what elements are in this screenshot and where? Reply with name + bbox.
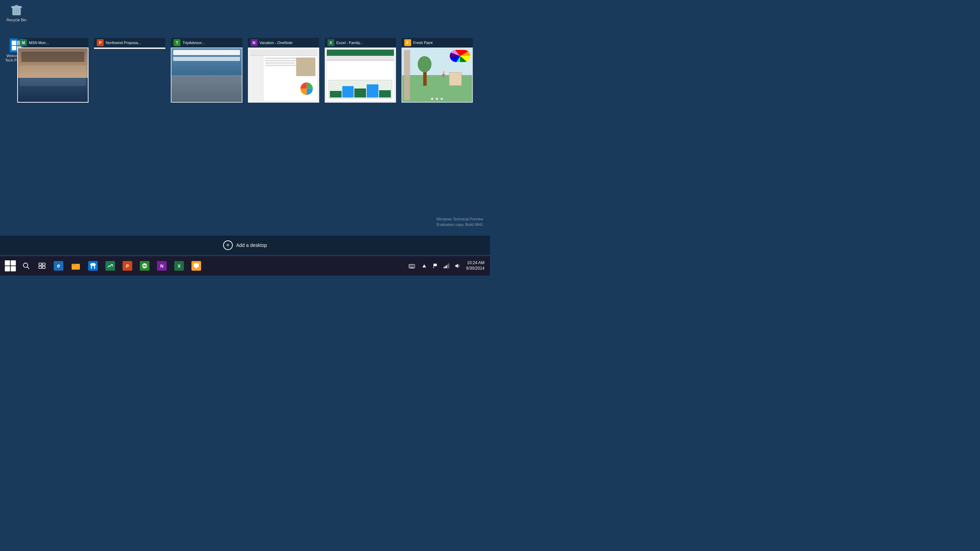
msn-money-app-icon: M bbox=[20, 39, 27, 46]
tripadvisor-app-icon: T bbox=[173, 39, 180, 46]
ppt-tb-icon: P bbox=[123, 261, 132, 271]
task-item-msn-money[interactable]: M MSN Mon... bbox=[17, 38, 89, 103]
svg-rect-19 bbox=[72, 264, 75, 265]
recycle-bin-label: Recycle Bin bbox=[6, 18, 27, 22]
vacation-onenote-preview bbox=[248, 48, 319, 103]
task-item-tripadvisor[interactable]: T TripAdvisor... bbox=[171, 38, 242, 103]
taskbar-onenote[interactable]: N bbox=[154, 258, 170, 274]
msn-money-title: MSN Mon... bbox=[29, 41, 86, 45]
excel-family-title: Excel - Family... bbox=[336, 41, 393, 45]
svg-rect-20 bbox=[72, 265, 79, 266]
excel-family-preview bbox=[325, 48, 396, 103]
svg-rect-15 bbox=[42, 263, 45, 265]
taskbar-file-explorer[interactable] bbox=[67, 258, 84, 274]
svg-rect-2 bbox=[15, 5, 18, 7]
notifications-icon[interactable] bbox=[419, 258, 429, 274]
svg-point-26 bbox=[145, 266, 146, 266]
taskbar-excel[interactable]: X bbox=[171, 258, 187, 274]
watermark-line1: Windows Technical Preview bbox=[436, 217, 483, 222]
fresh-paint-preview bbox=[401, 48, 473, 103]
task-item-vacation-onenote[interactable]: N Vacation - OneNote bbox=[248, 38, 319, 103]
northwind-preview bbox=[94, 48, 165, 49]
recycle-bin-icon[interactable]: Recycle Bin bbox=[3, 3, 30, 22]
ie-icon: e bbox=[54, 261, 64, 271]
start-button[interactable] bbox=[3, 258, 18, 274]
task-item-fresh-paint[interactable]: F Fresh Paint bbox=[401, 38, 473, 103]
taskbar-store[interactable] bbox=[85, 258, 101, 274]
svg-rect-30 bbox=[409, 265, 410, 266]
northwind-title: Northwind Proposa... bbox=[106, 41, 162, 45]
store-icon bbox=[88, 261, 98, 271]
svg-rect-44 bbox=[447, 264, 448, 268]
tripadvisor-preview bbox=[171, 48, 242, 103]
vacation-onenote-app-icon: N bbox=[251, 39, 258, 46]
search-icon bbox=[22, 262, 30, 270]
watermark: Windows Technical Preview Evaluation cop… bbox=[436, 217, 483, 227]
excel-tb-icon: X bbox=[174, 261, 184, 271]
task-view-button[interactable] bbox=[35, 258, 49, 274]
svg-rect-38 bbox=[410, 267, 414, 268]
svg-line-10 bbox=[442, 78, 444, 81]
taskbar-clock[interactable]: 10:24 AM 9/30/2014 bbox=[463, 260, 487, 271]
taskbar-date-display: 9/30/2014 bbox=[466, 266, 485, 271]
svg-rect-35 bbox=[410, 266, 411, 267]
taskbar-freshpaint[interactable] bbox=[188, 258, 205, 274]
svg-rect-21 bbox=[92, 266, 94, 269]
excel-family-app-icon: X bbox=[328, 39, 334, 46]
vacation-onenote-title: Vacation - OneNote bbox=[259, 41, 317, 45]
svg-rect-14 bbox=[39, 263, 42, 265]
task-item-northwind[interactable]: P Northwind Proposa... bbox=[94, 38, 165, 49]
svg-rect-41 bbox=[444, 267, 445, 269]
trip-tb-icon bbox=[140, 261, 150, 271]
taskbar-system-tray: 10:24 AM 9/30/2014 bbox=[406, 258, 487, 274]
svg-rect-43 bbox=[446, 265, 447, 268]
add-desktop-bar[interactable]: + Add a desktop bbox=[0, 236, 490, 255]
task-view-icon bbox=[38, 262, 46, 270]
svg-rect-42 bbox=[445, 266, 445, 268]
flag-icon[interactable] bbox=[430, 258, 440, 274]
svg-line-13 bbox=[27, 267, 29, 269]
svg-rect-27 bbox=[194, 263, 199, 267]
svg-point-25 bbox=[143, 266, 144, 266]
svg-point-7 bbox=[442, 71, 445, 73]
northwind-app-icon: P bbox=[97, 39, 103, 46]
svg-marker-39 bbox=[422, 264, 426, 268]
watermark-line2: Evaluation copy. Build 9841 bbox=[436, 222, 483, 227]
svg-rect-37 bbox=[413, 266, 414, 267]
task-switcher: M MSN Mon... P Northwind Proposa... bbox=[17, 38, 473, 103]
taskbar-powerpoint[interactable]: P bbox=[119, 258, 136, 274]
taskbar-ie[interactable]: e bbox=[50, 258, 67, 274]
svg-rect-31 bbox=[410, 265, 411, 266]
svg-rect-17 bbox=[42, 266, 45, 268]
add-desktop-label: Add a desktop bbox=[236, 242, 267, 248]
tripadvisor-title: TripAdvisor... bbox=[183, 41, 239, 45]
recycle-bin-svg bbox=[10, 3, 24, 16]
desktop: Recycle Bin Welcome to Tech Preview M MS… bbox=[0, 0, 490, 276]
fresh-paint-title: Fresh Paint bbox=[413, 41, 470, 45]
svg-rect-32 bbox=[412, 265, 412, 266]
keyboard-icon[interactable] bbox=[406, 258, 418, 274]
freshpaint-tb-icon bbox=[191, 261, 201, 271]
svg-marker-46 bbox=[455, 264, 458, 268]
task-item-excel-family[interactable]: X Excel - Family... bbox=[325, 38, 396, 103]
svg-rect-28 bbox=[195, 267, 197, 269]
taskbar: e bbox=[0, 256, 490, 276]
svg-rect-45 bbox=[448, 263, 449, 268]
taskbar-time-display: 10:24 AM bbox=[466, 260, 485, 266]
taskbar-tripadvisor[interactable] bbox=[136, 258, 153, 274]
svg-rect-33 bbox=[413, 265, 414, 266]
svg-line-11 bbox=[444, 78, 445, 81]
taskbar-msn-money[interactable] bbox=[102, 258, 118, 274]
svg-rect-36 bbox=[412, 266, 412, 267]
fresh-paint-app-icon: F bbox=[404, 39, 411, 46]
svg-rect-34 bbox=[409, 266, 410, 267]
add-desktop-plus-icon: + bbox=[223, 240, 233, 250]
msn-money-preview bbox=[17, 48, 89, 103]
volume-icon[interactable] bbox=[452, 258, 462, 274]
msn-money-tb-icon bbox=[105, 261, 115, 271]
signal-icon[interactable] bbox=[441, 258, 451, 274]
svg-rect-16 bbox=[39, 266, 42, 268]
windows-logo-icon bbox=[5, 260, 16, 271]
file-explorer-icon bbox=[71, 261, 81, 271]
search-button[interactable] bbox=[19, 258, 34, 274]
